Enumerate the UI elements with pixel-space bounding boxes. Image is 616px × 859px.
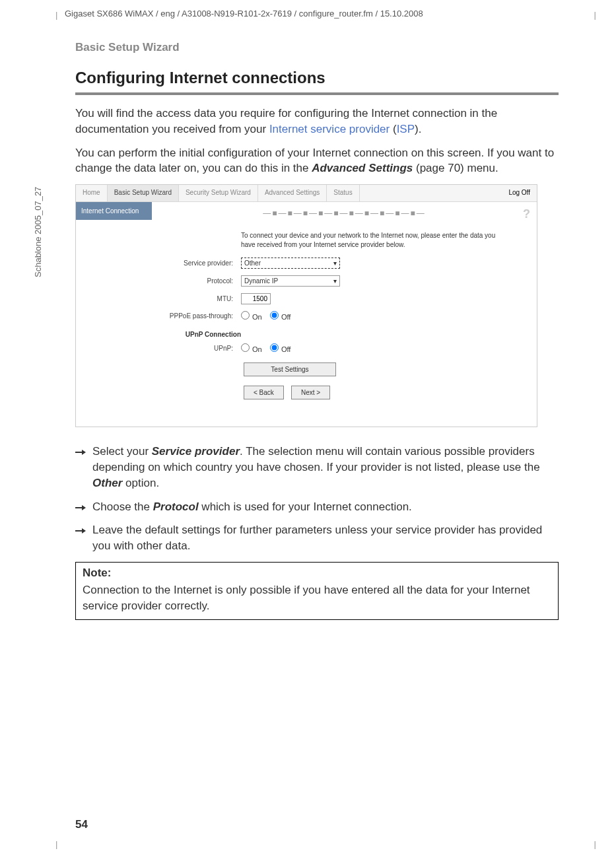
text: Select your: [92, 445, 152, 458]
bullet-3: Leave the default settings for further p…: [92, 522, 559, 554]
sidebar-item-internet[interactable]: Internet Connection: [76, 202, 152, 220]
intro-paragraph-1: You will find the access data you requir…: [75, 106, 559, 137]
radio-label: On: [252, 313, 262, 321]
bullet-2: Choose the Protocol which is used for yo…: [92, 499, 559, 515]
radio-upnp-on[interactable]: [241, 343, 250, 352]
tab-bar: Home Basic Setup Wizard Security Setup W…: [76, 185, 537, 202]
text: which is used for your Internet connecti…: [199, 500, 412, 513]
radio-upnp-off[interactable]: [270, 343, 279, 352]
tab-basic-setup[interactable]: Basic Setup Wizard: [108, 185, 179, 201]
next-button[interactable]: Next >: [291, 386, 330, 399]
bullet-1: Select your Service provider. The select…: [92, 444, 559, 491]
title-rule: [75, 92, 559, 95]
page-number: 54: [75, 818, 88, 831]
upnp-radio-group: On Off: [241, 343, 291, 353]
tab-security-setup[interactable]: Security Setup Wizard: [179, 185, 258, 201]
section-label: Basic Setup Wizard: [75, 41, 559, 54]
label-upnp: UPnP:: [165, 345, 241, 352]
select-protocol[interactable]: Dynamic IP▾: [241, 275, 340, 287]
help-icon[interactable]: ?: [523, 207, 530, 221]
bold-text: Other: [92, 477, 122, 489]
note-box: Note: Connection to the Internet is only…: [75, 562, 559, 620]
radio-pppoe-off[interactable]: [270, 311, 279, 320]
link-isp[interactable]: Internet service provider: [269, 123, 390, 135]
radio-label: Off: [281, 345, 291, 353]
radio-pppoe-on[interactable]: [241, 311, 250, 320]
sidebar: Internet Connection: [76, 202, 152, 427]
back-button[interactable]: < Back: [244, 386, 284, 399]
pppoe-radio-group: On Off: [241, 311, 291, 321]
text: (page 70) menu.: [413, 162, 498, 174]
label-protocol: Protocol:: [165, 277, 241, 285]
template-version: Schablone 2005_07_27: [33, 187, 43, 277]
radio-label: Off: [281, 313, 291, 321]
crop-mark: |: [55, 10, 57, 20]
note-body: Connection to the Internet is only possi…: [76, 580, 558, 619]
text: Choose the: [92, 500, 153, 513]
text: option.: [122, 477, 159, 489]
radio-label: On: [252, 345, 262, 353]
crop-mark: |: [594, 839, 596, 849]
label-mtu: MTU:: [165, 295, 241, 302]
chevron-down-icon: ▾: [333, 277, 337, 285]
label-service-provider: Service provider:: [165, 259, 241, 267]
intro-paragraph-2: You can perform the initial configuratio…: [75, 145, 559, 177]
label-pppoe: PPPoE pass-through:: [165, 312, 241, 320]
tab-status[interactable]: Status: [327, 185, 359, 201]
link-isp-abbr[interactable]: ISP: [397, 123, 415, 135]
text: ).: [415, 123, 421, 135]
header-path: Gigaset SX686 WiMAX / eng / A31008-N919-…: [65, 9, 423, 18]
arrow-icon: [75, 522, 92, 554]
advanced-settings-ref: Advanced Settings: [312, 162, 413, 174]
instruction-list: Select your Service provider. The select…: [75, 444, 559, 554]
text: (: [390, 123, 396, 135]
note-heading: Note:: [76, 563, 558, 580]
input-mtu[interactable]: [241, 293, 271, 304]
crop-mark: |: [594, 10, 596, 20]
chevron-down-icon: ▾: [333, 259, 337, 267]
step-indicator: —■—■—■—■—■—■—■—■—■—■—: [165, 209, 524, 218]
crop-mark: |: [55, 839, 57, 849]
select-value: Other: [244, 259, 261, 267]
bold-text: Protocol: [153, 500, 199, 513]
test-settings-button[interactable]: Test Settings: [244, 362, 336, 376]
logoff-link[interactable]: Log Off: [508, 189, 530, 196]
select-value: Dynamic IP: [244, 277, 278, 285]
bold-text: Service provider: [152, 445, 240, 458]
arrow-icon: [75, 444, 92, 491]
arrow-icon: [75, 499, 92, 515]
page-title: Configuring Internet connections: [75, 69, 559, 87]
tab-advanced[interactable]: Advanced Settings: [258, 185, 327, 201]
select-service-provider[interactable]: Other▾: [241, 258, 340, 269]
tab-home[interactable]: Home: [76, 185, 108, 201]
screenshot-intro: To connect your device and your network …: [241, 231, 510, 250]
upnp-heading: UPnP Connection: [165, 331, 241, 338]
router-ui-screenshot: Home Basic Setup Wizard Security Setup W…: [75, 184, 537, 427]
